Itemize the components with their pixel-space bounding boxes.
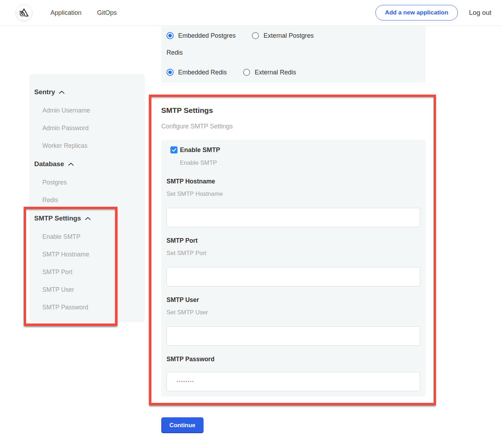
smtp-hostname-input[interactable] bbox=[167, 208, 420, 227]
sidebar-item-admin-password[interactable]: Admin Password bbox=[29, 119, 145, 137]
smtp-user-field: SMTP User Set SMTP User bbox=[167, 296, 420, 346]
checkmark-icon bbox=[172, 148, 176, 152]
enable-smtp-helper: Enable SMTP bbox=[180, 159, 420, 167]
radio-label: Embedded Postgres bbox=[178, 32, 236, 40]
database-config-section: Embedded Postgres External Postgres Redi… bbox=[161, 26, 425, 83]
app-logo[interactable] bbox=[16, 5, 32, 21]
sidebar-item-postgres[interactable]: Postgres bbox=[29, 174, 145, 191]
add-new-application-button[interactable]: Add a new application bbox=[375, 5, 458, 20]
smtp-hostname-field: SMTP Hostname Set SMTP Hostname bbox=[167, 178, 420, 227]
sidebar-item-admin-username[interactable]: Admin Username bbox=[29, 102, 145, 119]
sidebar-group-sentry[interactable]: Sentry bbox=[29, 83, 145, 102]
redis-radio-row: Embedded Redis External Redis bbox=[167, 68, 420, 76]
nav-gitops[interactable]: GitOps bbox=[97, 9, 117, 17]
sidebar-item-worker-replicas[interactable]: Worker Replicas bbox=[29, 137, 145, 155]
sidebar-item-redis[interactable]: Redis bbox=[29, 191, 145, 209]
continue-button[interactable]: Continue bbox=[161, 417, 204, 433]
radio-label: External Redis bbox=[255, 69, 296, 76]
sidebar-group-database[interactable]: Database bbox=[29, 155, 145, 174]
sidebar-group-label: SMTP Settings bbox=[34, 214, 81, 222]
chevron-up-icon bbox=[68, 163, 74, 166]
enable-smtp-label[interactable]: Enable SMTP bbox=[180, 146, 220, 154]
enable-smtp-checkbox[interactable] bbox=[170, 146, 177, 153]
smtp-user-helper: Set SMTP User bbox=[167, 309, 420, 316]
smtp-port-field: SMTP Port Set SMTP Port bbox=[167, 237, 420, 286]
radio-selected-icon bbox=[167, 32, 174, 39]
radio-embedded-redis[interactable]: Embedded Redis bbox=[167, 69, 227, 76]
postgres-radio-row: Embedded Postgres External Postgres bbox=[167, 32, 420, 40]
sidebar-item-smtp-password[interactable]: SMTP Password bbox=[29, 298, 145, 316]
smtp-user-input[interactable] bbox=[167, 326, 420, 346]
redis-section-label: Redis bbox=[167, 49, 420, 56]
smtp-panel-title: SMTP Settings bbox=[161, 106, 434, 115]
sidebar-group-label: Sentry bbox=[34, 88, 55, 96]
smtp-form-card: Enable SMTP Enable SMTP SMTP Hostname Se… bbox=[161, 140, 426, 396]
radio-label: External Postgres bbox=[264, 32, 314, 40]
smtp-password-input[interactable] bbox=[167, 372, 420, 391]
radio-embedded-postgres[interactable]: Embedded Postgres bbox=[167, 32, 236, 40]
radio-external-redis[interactable]: External Redis bbox=[243, 69, 296, 76]
smtp-port-helper: Set SMTP Port bbox=[167, 250, 420, 257]
chevron-up-icon bbox=[85, 217, 91, 220]
smtp-password-label: SMTP Password bbox=[167, 356, 420, 363]
sentry-logo-icon bbox=[19, 8, 29, 17]
chevron-up-icon bbox=[59, 91, 65, 94]
smtp-hostname-label: SMTP Hostname bbox=[167, 178, 420, 185]
smtp-port-input[interactable] bbox=[167, 267, 420, 286]
config-sidebar: Sentry Admin Username Admin Password Wor… bbox=[29, 74, 145, 322]
smtp-user-label: SMTP User bbox=[167, 296, 420, 304]
smtp-port-label: SMTP Port bbox=[167, 237, 420, 244]
nav-application[interactable]: Application bbox=[50, 9, 81, 17]
sidebar-item-smtp-port[interactable]: SMTP Port bbox=[29, 263, 145, 281]
smtp-password-field: SMTP Password bbox=[167, 356, 420, 391]
radio-unselected-icon bbox=[252, 32, 259, 39]
logout-link[interactable]: Log out bbox=[469, 9, 491, 17]
smtp-hostname-helper: Set SMTP Hostname bbox=[167, 190, 420, 198]
radio-external-postgres[interactable]: External Postgres bbox=[252, 32, 314, 40]
sidebar-group-label: Database bbox=[34, 160, 64, 168]
radio-selected-icon bbox=[167, 69, 174, 76]
radio-label: Embedded Redis bbox=[178, 69, 227, 76]
sidebar-item-smtp-hostname[interactable]: SMTP Hostname bbox=[29, 246, 145, 263]
smtp-panel-subtitle: Configure SMTP Settings bbox=[161, 123, 434, 130]
smtp-settings-panel: SMTP Settings Configure SMTP Settings En… bbox=[151, 97, 434, 403]
sidebar-item-enable-smtp[interactable]: Enable SMTP bbox=[29, 228, 145, 246]
top-header: Application GitOps Add a new application… bbox=[0, 0, 502, 26]
sidebar-group-smtp-settings[interactable]: SMTP Settings bbox=[29, 209, 145, 228]
enable-smtp-checkbox-row: Enable SMTP bbox=[170, 146, 420, 154]
radio-unselected-icon bbox=[243, 69, 250, 76]
sidebar-item-smtp-user[interactable]: SMTP User bbox=[29, 281, 145, 298]
